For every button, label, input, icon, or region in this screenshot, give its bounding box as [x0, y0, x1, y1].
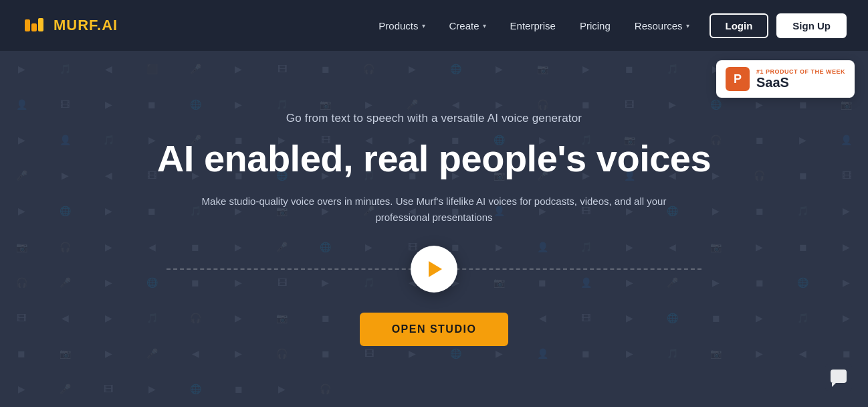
nav-links: Products ▾ Create ▾ Enterprise Pricing: [369, 15, 698, 37]
login-button[interactable]: Login: [710, 13, 769, 38]
play-button-wrapper: [411, 246, 457, 293]
svg-rect-1: [25, 19, 30, 31]
navbar: MURF.AI Products ▾ Create ▾ Enterprise: [0, 0, 868, 51]
nav-item-products[interactable]: Products ▾: [369, 15, 434, 37]
product-hunt-badge[interactable]: P #1 PRODUCT OF THE WEEK SaaS: [716, 60, 855, 98]
svg-rect-3: [38, 18, 43, 31]
signup-button[interactable]: Sign Up: [776, 13, 847, 38]
chat-widget[interactable]: [825, 364, 852, 391]
logo-text: MURF.AI: [53, 17, 118, 34]
chevron-down-icon: ▾: [686, 22, 689, 29]
nav-item-resources[interactable]: Resources ▾: [625, 15, 699, 37]
play-button[interactable]: [411, 246, 457, 293]
open-studio-button[interactable]: OPEN STUDIO: [360, 313, 509, 346]
nav-link-enterprise[interactable]: Enterprise: [501, 15, 565, 37]
product-hunt-icon: P: [726, 67, 750, 91]
hero-subtitle: Go from text to speech with a versatile …: [286, 112, 582, 125]
svg-rect-2: [31, 23, 37, 31]
chevron-down-icon: ▾: [483, 22, 486, 29]
nav-link-create[interactable]: Create ▾: [440, 15, 496, 37]
play-triangle-icon: [429, 261, 442, 277]
nav-link-resources[interactable]: Resources ▾: [625, 15, 699, 37]
nav-buttons: Login Sign Up: [710, 13, 847, 38]
hero-title: AI enabled, real people's voices: [157, 137, 711, 180]
chevron-down-icon: ▾: [422, 22, 425, 29]
product-hunt-bottom-text: SaaS: [756, 75, 845, 90]
hero-section: ▶ 🎵 ◀ ⬛ 🎤 ▶ 🎞 ◼ 🎧 ▶ 🌐 ▶ 📷 ▶ ◼ 🎵 ▶ 🎤 ◀ ▶ …: [0, 0, 868, 407]
nav-item-pricing[interactable]: Pricing: [570, 15, 620, 37]
hero-content: Go from text to speech with a versatile …: [0, 51, 868, 407]
logo-area[interactable]: MURF.AI: [21, 13, 118, 38]
nav-link-products[interactable]: Products ▾: [369, 15, 434, 37]
product-hunt-top-text: #1 PRODUCT OF THE WEEK: [756, 68, 845, 75]
hero-description: Make studio-quality voice overs in minut…: [200, 193, 668, 226]
nav-item-create[interactable]: Create ▾: [440, 15, 496, 37]
product-hunt-text: #1 PRODUCT OF THE WEEK SaaS: [756, 68, 845, 90]
nav-item-enterprise[interactable]: Enterprise: [501, 15, 565, 37]
murf-logo-icon: [21, 13, 47, 38]
nav-link-pricing[interactable]: Pricing: [570, 15, 620, 37]
